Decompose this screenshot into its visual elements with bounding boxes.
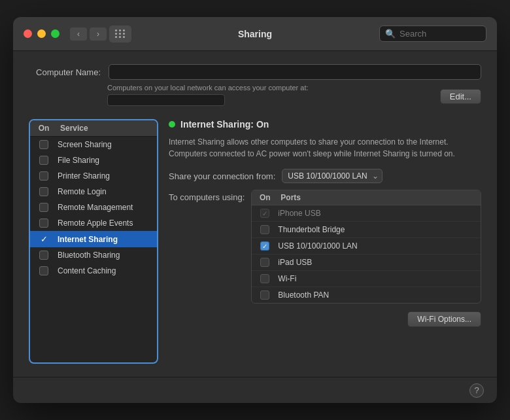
port-name-5: Bluetooth PAN [278,290,481,300]
port-name-2: USB 10/100/1000 LAN [278,241,481,251]
computer-name-label: Computer Name: [29,67,101,77]
services-header-on: On [30,124,58,133]
port-checkbox-0[interactable] [260,209,269,218]
port-check-cell-2 [252,241,278,251]
port-name-1: Thunderbolt Bridge [278,225,481,234]
service-name-screen-sharing: Screen Sharing [58,140,157,149]
service-name-content-caching: Content Caching [58,266,157,275]
service-checkbox-remote-management[interactable] [39,203,48,212]
forward-button[interactable]: › [90,27,107,41]
port-check-cell-1 [252,225,278,234]
search-box[interactable]: 🔍 [379,26,486,42]
share-from-select[interactable]: USB 10/100/1000 LAN [282,169,382,183]
port-checkbox-3[interactable] [260,258,269,267]
service-check-cell-file-sharing [30,156,58,165]
services-header-service: Service [58,124,157,133]
service-checkbox-printer-sharing[interactable] [39,171,48,181]
computer-name-section: Computer Name: Computers on your local n… [29,64,481,109]
port-name-0: iPhone USB [278,209,481,218]
grid-icon [115,29,126,38]
window: ‹ › Sharing 🔍 Computer Name: [13,17,497,403]
service-item-internet-sharing[interactable]: ✓Internet Sharing [30,231,157,247]
share-from-row: Share your connection from: USB 10/100/1… [169,169,481,183]
service-checkbox-screen-sharing[interactable] [39,140,48,149]
port-row: iPhone USB [252,205,481,222]
port-row: Bluetooth PAN [252,287,481,303]
computer-name-sublabel: Computers on your local network can acce… [107,84,434,92]
bottom-bar: ? [13,377,497,403]
service-name-remote-management: Remote Management [58,203,157,212]
close-button[interactable] [24,29,32,38]
port-checkbox-1[interactable] [260,225,269,234]
help-button[interactable]: ? [469,383,484,398]
grid-view-button[interactable] [109,26,131,43]
chevron-left-icon: ‹ [77,29,80,39]
service-check-cell-bluetooth-sharing [30,251,58,260]
to-computers-label: To computers using: [169,190,245,202]
wifi-options-button[interactable]: Wi-Fi Options... [407,311,481,327]
port-row: Thunderbolt Bridge [252,222,481,238]
service-checkbox-bluetooth-sharing[interactable] [39,251,48,260]
back-button[interactable]: ‹ [70,27,87,41]
service-item-remote-apple-events[interactable]: Remote Apple Events [30,215,157,231]
service-name-bluetooth-sharing: Bluetooth Sharing [58,251,157,260]
service-name-printer-sharing: Printer Sharing [58,171,157,181]
service-checkbox-content-caching[interactable] [39,266,48,275]
service-checkbox-file-sharing[interactable] [39,156,48,165]
port-checkbox-5[interactable] [260,290,269,300]
service-name-file-sharing: File Sharing [58,156,157,165]
service-check-cell-remote-login [30,187,58,196]
port-check-cell-3 [252,258,278,267]
port-row: Wi-Fi [252,271,481,287]
status-row: Internet Sharing: On [169,119,481,130]
services-list: Screen SharingFile SharingPrinter Sharin… [30,137,157,362]
port-row: USB 10/100/1000 LAN [252,238,481,254]
computer-name-input[interactable] [109,64,481,80]
to-computers-section: To computers using: On Ports iPhone USBT… [169,190,481,327]
service-item-file-sharing[interactable]: File Sharing [30,152,157,168]
service-checkbox-remote-login[interactable] [39,187,48,196]
share-from-select-wrapper: USB 10/100/1000 LAN [282,169,382,183]
ports-header-ports-label: Ports [278,193,481,202]
nav-buttons: ‹ › [70,27,107,41]
port-name-3: iPad USB [278,258,481,267]
ports-header: On Ports [252,190,481,205]
ports-list: iPhone USBThunderbolt BridgeUSB 10/100/1… [252,205,481,303]
search-input[interactable] [400,29,481,39]
ports-table: On Ports iPhone USBThunderbolt BridgeUSB… [251,190,481,304]
service-check-cell-remote-management [30,203,58,212]
share-from-label: Share your connection from: [169,171,275,181]
service-item-screen-sharing[interactable]: Screen Sharing [30,137,157,152]
status-description: Internet Sharing allows other computers … [169,136,481,160]
right-panel: Internet Sharing: On Internet Sharing al… [169,119,481,364]
service-name-internet-sharing: Internet Sharing [58,235,157,244]
service-checkbox-remote-apple-events[interactable] [39,219,48,228]
maximize-button[interactable] [51,29,60,38]
service-item-bluetooth-sharing[interactable]: Bluetooth Sharing [30,247,157,263]
chevron-right-icon: › [97,29,99,39]
service-item-content-caching[interactable]: Content Caching [30,263,157,279]
service-name-remote-login: Remote Login [58,187,157,196]
search-icon: 🔍 [385,29,396,39]
service-name-remote-apple-events: Remote Apple Events [58,219,157,228]
port-check-cell-4 [252,274,278,283]
titlebar: ‹ › Sharing 🔍 [13,17,497,51]
service-check-cell-printer-sharing [30,171,58,181]
window-title: Sharing [238,29,272,39]
port-check-cell-0 [252,209,278,218]
service-check-cell-remote-apple-events [30,219,58,228]
minimize-button[interactable] [37,29,46,38]
port-name-4: Wi-Fi [278,274,481,283]
port-checkbox-2[interactable] [260,241,269,251]
traffic-lights [24,29,60,38]
port-checkbox-4[interactable] [260,274,269,283]
service-item-remote-login[interactable]: Remote Login [30,184,157,200]
service-item-remote-management[interactable]: Remote Management [30,200,157,215]
service-item-printer-sharing[interactable]: Printer Sharing [30,168,157,184]
ports-header-on-label: On [252,193,278,202]
content-area: Computer Name: Computers on your local n… [13,51,497,377]
edit-button[interactable]: Edit... [440,89,481,104]
status-indicator [169,121,175,128]
service-check-cell-content-caching [30,266,58,275]
computer-address-display [107,94,225,106]
